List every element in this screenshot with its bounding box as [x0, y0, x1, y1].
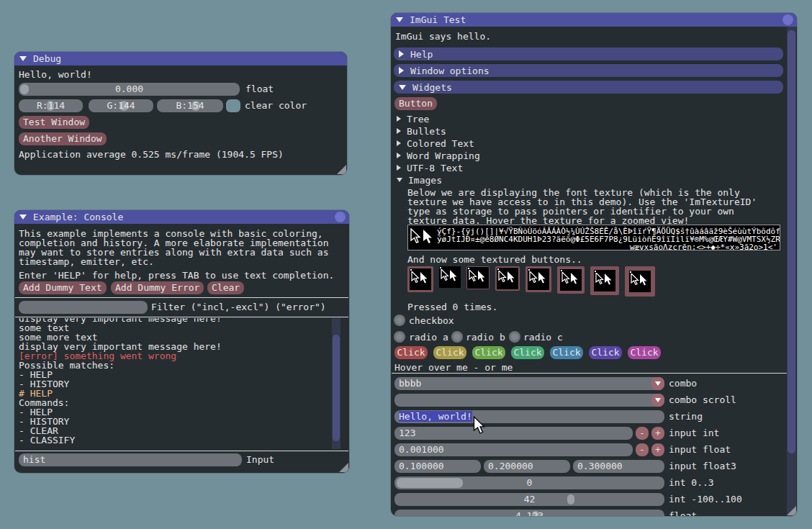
hover-text[interactable]: Hover over me - or me	[394, 363, 513, 372]
float3-input-y[interactable]: 0.200000	[484, 460, 570, 473]
close-icon[interactable]	[335, 212, 346, 222]
debug-titlebar[interactable]: Debug	[14, 52, 347, 65]
window-title: ImGui Test	[410, 14, 466, 25]
click-button-6[interactable]: Click	[589, 346, 622, 359]
click-button-4[interactable]: Click	[511, 346, 544, 359]
radio-c[interactable]	[509, 331, 520, 343]
help-line: Enter 'HELP' for help, press TAB to use …	[19, 271, 334, 280]
tree-node-images[interactable]: Images	[397, 175, 442, 185]
image-button[interactable]	[407, 266, 433, 292]
float3-input-z[interactable]: 0.300000	[573, 460, 664, 473]
string-input[interactable]: Hello, world!	[394, 410, 664, 423]
resize-grip[interactable]	[787, 506, 796, 515]
header-widgets[interactable]: Widgets	[394, 81, 783, 94]
filter-label: Filter ("incl,-excl") ("error")	[151, 301, 326, 314]
int-input-value: 123	[399, 427, 415, 440]
scrollbar-grab[interactable]	[788, 30, 795, 453]
radio-b-label: radio b	[466, 333, 505, 342]
combo-value: bbbb	[399, 377, 421, 390]
another-window-button[interactable]: Another Window	[19, 132, 107, 145]
image-button[interactable]	[439, 266, 461, 288]
image-button[interactable]	[625, 266, 655, 297]
collapse-arrow-icon[interactable]	[19, 56, 27, 61]
button-widget[interactable]: Button	[394, 97, 437, 110]
int-range-slider[interactable]: 42	[394, 493, 664, 506]
imgui-titlebar[interactable]: ImGui Test	[391, 13, 797, 27]
float-input[interactable]: 0.001000	[394, 443, 633, 456]
console-input[interactable]: hist	[19, 453, 242, 466]
image-button[interactable]	[466, 266, 490, 289]
int-slider[interactable]: 0	[394, 476, 664, 489]
tree-node-colored-text[interactable]: Colored Text	[397, 138, 474, 148]
desktop: { "colors": { "bg": "#72909a", "win": "#…	[0, 0, 812, 529]
plus-button[interactable]: +	[651, 427, 664, 440]
test-window-button[interactable]: Test Window	[19, 116, 89, 129]
collapse-arrow-icon[interactable]	[396, 17, 403, 22]
radio-a[interactable]	[394, 331, 405, 343]
slider-value: G:144	[89, 99, 153, 112]
image-button[interactable]	[590, 266, 619, 295]
collapse-arrow-icon[interactable]	[19, 214, 27, 220]
checkbox[interactable]	[394, 315, 405, 326]
tree-node-utf8-text[interactable]: UTF-8 Text	[397, 163, 463, 173]
separator	[15, 297, 348, 298]
filter-input[interactable]	[19, 301, 148, 314]
scrollbar-grab[interactable]	[333, 335, 340, 441]
clear-color-label: clear color	[245, 99, 307, 112]
radio-a-label: radio a	[409, 333, 448, 342]
float-input-value: 0.001000	[399, 443, 444, 456]
window-scrollbar[interactable]	[787, 27, 796, 516]
chevron-down-icon	[655, 398, 661, 402]
click-button-3[interactable]: Click	[472, 346, 505, 359]
radio-b[interactable]	[451, 331, 463, 343]
float-slider[interactable]: 0.000	[19, 83, 240, 96]
console-log[interactable]: display very important message here! som…	[14, 318, 338, 449]
image-button[interactable]	[525, 266, 551, 292]
console-input-label: Input	[246, 453, 274, 466]
tree-node-word-wrapping[interactable]: Word Wrapping	[397, 150, 480, 160]
image-button[interactable]	[557, 266, 585, 294]
click-button-2[interactable]: Click	[433, 346, 466, 359]
image-button[interactable]	[495, 266, 520, 291]
separator	[15, 451, 348, 451]
click-button-7[interactable]: Click	[628, 346, 661, 359]
tree-node-tree[interactable]: Tree	[397, 114, 429, 124]
hello-text: Hello, world!	[19, 70, 92, 79]
header-label: Help	[410, 49, 433, 60]
color-slider-r[interactable]: R:114	[19, 99, 83, 112]
minus-button[interactable]: -	[636, 443, 649, 456]
color-slider-g[interactable]: G:144	[89, 99, 153, 112]
checkbox-label: checkbox	[409, 316, 454, 325]
font-texture-image[interactable]: ýÇf}-{ÿj()[]|¥√ŸBÑòÙöóÃÂÁÀÒ½¼ÙÚŽŠ8ÉÊ/å\È…	[407, 225, 780, 250]
click-button-5[interactable]: Click	[550, 346, 583, 359]
float-slider-label: float	[245, 83, 274, 96]
plus-button[interactable]: +	[651, 443, 664, 456]
combo-scroll-arrow-button[interactable]	[651, 394, 664, 407]
combo-scroll-label: combo scroll	[669, 394, 736, 407]
radio-c-label: radio c	[523, 333, 563, 342]
combo-scroll-box[interactable]	[394, 394, 664, 407]
close-icon[interactable]	[782, 14, 793, 25]
color-slider-b[interactable]: B:154	[157, 99, 223, 112]
float-slider[interactable]: 4.123	[394, 510, 664, 516]
resize-grip[interactable]	[339, 463, 348, 472]
add-dummy-error-button[interactable]: Add Dummy Error	[111, 281, 204, 294]
minus-button[interactable]: -	[636, 427, 649, 440]
color-swatch[interactable]	[226, 99, 240, 112]
float3-input-x[interactable]: 0.100000	[394, 460, 481, 473]
console-titlebar[interactable]: Example: Console	[14, 210, 349, 224]
log-scrollbar[interactable]	[332, 318, 340, 449]
combo-box[interactable]: bbbb	[394, 377, 664, 390]
cursor-texture-icon	[594, 270, 615, 291]
fps-text: Application average 0.525 ms/frame (1904…	[19, 150, 284, 159]
header-window-options[interactable]: Window options	[394, 64, 783, 77]
add-dummy-text-button[interactable]: Add Dummy Text	[19, 281, 107, 294]
string-input-value: Hello, world!	[399, 411, 472, 422]
clear-button[interactable]: Clear	[207, 281, 244, 294]
click-button-1[interactable]: Click	[394, 346, 428, 359]
resize-grip[interactable]	[337, 165, 346, 174]
int-input[interactable]: 123	[394, 427, 633, 440]
tree-node-bullets[interactable]: Bullets	[397, 126, 446, 136]
combo-arrow-button[interactable]	[651, 377, 664, 390]
header-help[interactable]: Help	[394, 48, 783, 60]
